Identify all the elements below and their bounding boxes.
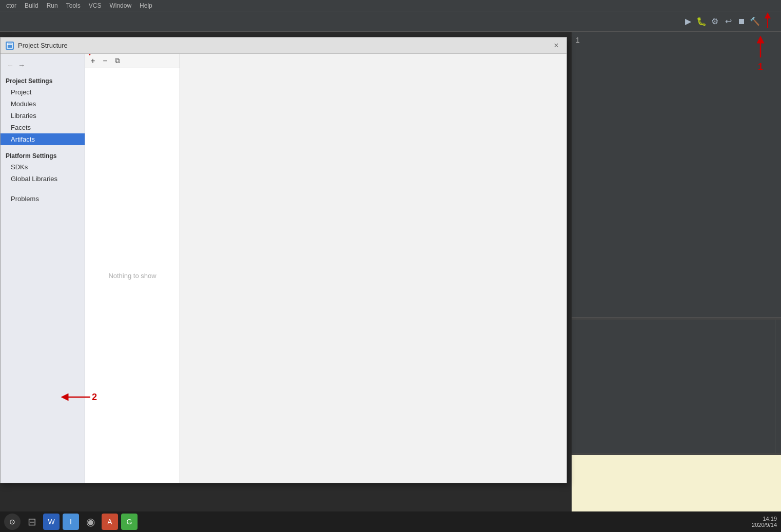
- nav-item-libraries[interactable]: Libraries: [1, 110, 85, 122]
- menu-item-build[interactable]: Build: [21, 1, 43, 10]
- forward-button[interactable]: →: [16, 60, 27, 70]
- content-area: +: [85, 54, 567, 483]
- nothing-to-show-label: Nothing to show: [108, 272, 156, 280]
- dialog-close-button[interactable]: ×: [551, 41, 561, 51]
- nav-back-forward: ← →: [1, 59, 85, 71]
- menubar: ctor Build Run Tools VCS Window Help: [0, 0, 781, 11]
- nav-item-global-libraries[interactable]: Global Libraries: [1, 173, 85, 185]
- menu-item-vcs[interactable]: VCS: [85, 1, 106, 10]
- svg-rect-2: [7, 43, 12, 48]
- taskbar-explorer-button[interactable]: ⊟: [24, 514, 40, 530]
- nav-sidebar: ← → Project Settings Project Modules Lib…: [1, 54, 85, 483]
- taskbar-start-button[interactable]: ⊙: [4, 514, 21, 530]
- platform-settings-header: Platform Settings: [1, 149, 85, 161]
- taskbar-chrome-button[interactable]: ◉: [82, 514, 99, 530]
- menu-item-window[interactable]: Window: [105, 1, 135, 10]
- taskbar-date: 2020/9/14: [752, 522, 777, 528]
- ide-background: 1 1: [0, 32, 781, 517]
- bottom-yellow-panel: [572, 455, 781, 517]
- dialog-titlebar: Project Structure ×: [1, 37, 567, 54]
- artifacts-toolbar: +: [85, 54, 180, 68]
- taskbar-ide-button[interactable]: I: [63, 514, 79, 530]
- stop-button[interactable]: ⏹: [736, 16, 747, 27]
- run-button[interactable]: ▶: [682, 16, 694, 27]
- toolbar: ▶ 🐛 ⚙ ↩ ⏹ 🔨: [0, 11, 781, 32]
- nav-item-project[interactable]: Project: [1, 86, 85, 98]
- artifact-detail-panel: [180, 54, 567, 483]
- menu-item-tools[interactable]: Tools: [62, 1, 85, 10]
- panel-number: 1: [572, 32, 781, 48]
- dialog-body: ← → Project Settings Project Modules Lib…: [1, 54, 567, 483]
- build-project-button[interactable]: 🔨: [749, 16, 760, 27]
- menu-item-ctor[interactable]: ctor: [2, 1, 21, 10]
- right-panel-area: 1 1: [572, 32, 781, 517]
- nav-item-problems[interactable]: Problems: [1, 193, 85, 205]
- taskbar-app2-button[interactable]: G: [121, 514, 138, 530]
- project-settings-header: Project Settings: [1, 74, 85, 86]
- remove-artifact-button[interactable]: −: [100, 55, 111, 67]
- profile-button[interactable]: ↩: [723, 16, 734, 27]
- dialog-title: Project Structure: [18, 42, 551, 49]
- add-artifact-button[interactable]: +: [87, 55, 99, 67]
- nav-item-artifacts[interactable]: Artifacts: [1, 133, 85, 145]
- nav-item-modules[interactable]: Modules: [1, 98, 85, 110]
- menu-item-help[interactable]: Help: [135, 1, 157, 10]
- copy-artifact-button[interactable]: ⧉: [112, 55, 123, 67]
- menu-item-run[interactable]: Run: [43, 1, 62, 10]
- nav-item-sdks[interactable]: SDKs: [1, 161, 85, 173]
- taskbar-word-button[interactable]: W: [43, 514, 60, 530]
- taskbar-app1-button[interactable]: A: [102, 514, 118, 530]
- debug-button[interactable]: 🐛: [696, 16, 707, 27]
- coverage-button[interactable]: ⚙: [709, 16, 720, 27]
- taskbar-time: 14:19: [752, 516, 777, 522]
- artifacts-list-body: Nothing to show: [85, 68, 180, 483]
- artifacts-list-panel: +: [85, 54, 180, 483]
- annotation-1-label: 1: [750, 62, 771, 72]
- nav-item-facets[interactable]: Facets: [1, 122, 85, 133]
- project-structure-dialog: Project Structure × ← → Project Settings…: [0, 37, 567, 483]
- problems-section: Problems: [1, 193, 85, 205]
- taskbar: ⊙ ⊟ W I ◉ A G 14:19 2020/9/14: [0, 511, 781, 532]
- dialog-icon: [6, 42, 14, 50]
- back-button[interactable]: ←: [5, 60, 16, 70]
